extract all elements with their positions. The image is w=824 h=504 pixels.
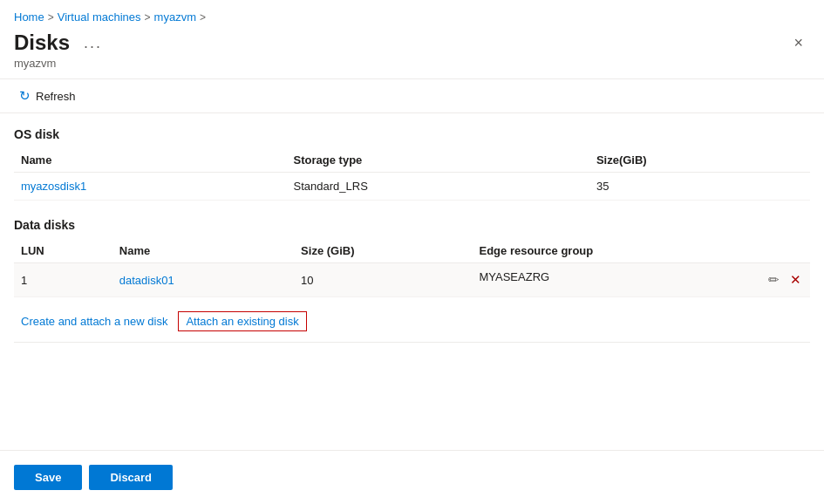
refresh-label: Refresh <box>36 90 76 103</box>
main-content: OS disk Name Storage type Size(GiB) myaz… <box>0 113 824 343</box>
data-col-name: Name <box>112 239 294 263</box>
breadcrumb-home[interactable]: Home <box>14 10 44 24</box>
save-button[interactable]: Save <box>14 465 82 490</box>
refresh-icon: ↻ <box>19 88 31 104</box>
breadcrumb: Home > Virtual machines > myazvm > <box>0 0 824 27</box>
os-col-name: Name <box>14 148 287 173</box>
edit-disk-button[interactable]: ✏ <box>766 270 781 289</box>
disk-actions: Create and attach a new disk Attach an e… <box>14 301 810 343</box>
os-disk-storage-type: Standard_LRS <box>287 173 589 201</box>
table-row: myazosdisk1 Standard_LRS 35 <box>14 173 810 201</box>
data-disks-title: Data disks <box>14 218 810 232</box>
data-disk-name-link[interactable]: datadisk01 <box>119 274 174 287</box>
footer: Save Discard <box>0 450 824 504</box>
page-title: Disks <box>14 31 70 55</box>
data-disk-size: 10 <box>294 263 472 297</box>
os-disk-title: OS disk <box>14 127 810 141</box>
data-disk-lun: 1 <box>14 263 112 297</box>
os-disk-table: Name Storage type Size(GiB) myazosdisk1 … <box>14 148 810 201</box>
data-disk-edge-rg: MYASEAZRG ✏ ✕ <box>472 263 810 297</box>
toolbar: ↻ Refresh <box>0 78 824 113</box>
data-col-size: Size (GiB) <box>294 239 472 263</box>
data-col-edge-rg: Edge resource group <box>472 239 810 263</box>
header-left: Disks ... <box>14 31 107 55</box>
breadcrumb-sep-3: > <box>200 11 206 24</box>
os-col-size: Size(GiB) <box>589 148 810 173</box>
attach-existing-disk-link[interactable]: Attach an existing disk <box>178 311 306 331</box>
data-disks-section: Data disks LUN Name Size (GiB) Edge reso… <box>14 218 810 297</box>
disks-panel: Home > Virtual machines > myazvm > Disks… <box>0 0 824 504</box>
breadcrumb-sep-2: > <box>145 11 151 24</box>
data-col-lun: LUN <box>14 239 112 263</box>
refresh-button[interactable]: ↻ Refresh <box>14 85 81 107</box>
breadcrumb-myazvm[interactable]: myazvm <box>154 10 196 24</box>
close-button[interactable]: × <box>787 31 810 54</box>
discard-button[interactable]: Discard <box>89 465 173 490</box>
os-disk-size: 35 <box>589 173 810 201</box>
create-attach-disk-link[interactable]: Create and attach a new disk <box>21 315 167 328</box>
data-disks-table: LUN Name Size (GiB) Edge resource group … <box>14 239 810 297</box>
breadcrumb-virtual-machines[interactable]: Virtual machines <box>58 10 141 24</box>
os-disk-section: OS disk Name Storage type Size(GiB) myaz… <box>14 127 810 201</box>
row-actions: ✏ ✕ <box>766 270 803 289</box>
ellipsis-button[interactable]: ... <box>78 32 107 54</box>
os-disk-name-link[interactable]: myazosdisk1 <box>21 180 86 193</box>
page-subtitle: myazvm <box>0 57 824 78</box>
table-row: 1 datadisk01 10 MYASEAZRG ✏ ✕ <box>14 263 810 297</box>
delete-disk-button[interactable]: ✕ <box>788 270 803 289</box>
page-header: Disks ... × <box>0 27 824 57</box>
os-col-storage: Storage type <box>287 148 589 173</box>
breadcrumb-sep-1: > <box>48 11 54 24</box>
